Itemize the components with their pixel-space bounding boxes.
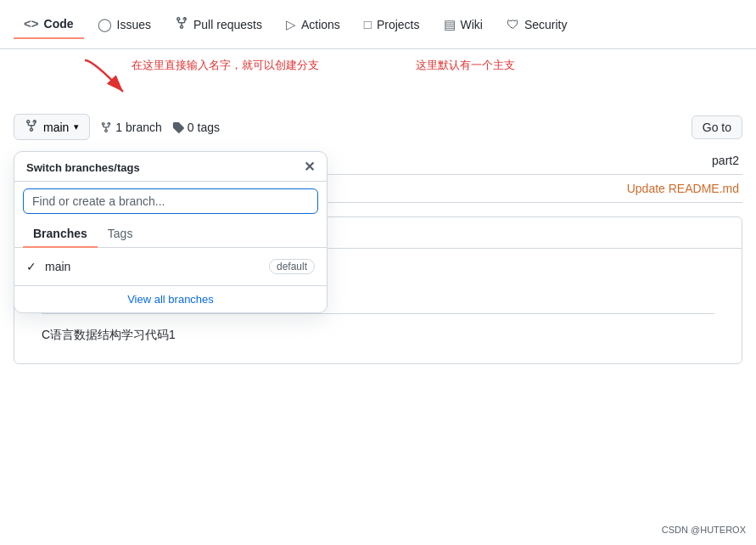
default-badge: default [269, 259, 315, 274]
pull-requests-icon [175, 16, 188, 32]
branch-selector-button[interactable]: main ▾ [14, 114, 90, 140]
view-all-branches-link[interactable]: View all branches [14, 285, 327, 312]
branch-item-main[interactable]: ✓ main default [14, 253, 327, 280]
nav-wiki[interactable]: ▤ Wiki [434, 10, 493, 39]
dropdown-header: Switch branches/tags ✕ [14, 152, 327, 182]
nav-actions[interactable]: ▷ Actions [276, 10, 350, 39]
readme-subtitle: C语言数据结构学习代码1 [42, 328, 714, 343]
annotation-area: 在这里直接输入名字，就可以创建分支 这里默认有一个主支 [0, 49, 756, 107]
red-arrow-icon [76, 56, 161, 103]
actions-icon: ▷ [286, 17, 296, 32]
search-input[interactable] [23, 188, 318, 214]
branches-list: ✓ main default [14, 248, 327, 285]
watermark: CSDN @HUTEROX [662, 525, 746, 535]
check-icon: ✓ [26, 260, 38, 273]
tag-icon [172, 121, 184, 133]
tabs-row: Branches Tags [14, 221, 327, 248]
nav-security[interactable]: 🛡 Security [496, 10, 578, 38]
tab-tags[interactable]: Tags [98, 221, 143, 248]
commit-message: part2 [712, 154, 739, 167]
tag-count-link[interactable]: 0 tags [172, 121, 220, 134]
branch-count-icon [100, 121, 112, 133]
nav-issues[interactable]: ◯ Issues [87, 10, 161, 39]
tab-branches[interactable]: Branches [23, 221, 98, 248]
issues-icon: ◯ [98, 17, 112, 32]
wiki-icon: ▤ [444, 17, 456, 32]
top-nav: <> Code ◯ Issues Pull requests ▷ Actions… [0, 0, 756, 49]
close-button[interactable]: ✕ [304, 160, 315, 174]
branch-bar: main ▾ 1 branch 0 tags Go to [0, 107, 756, 147]
nav-code[interactable]: <> Code [14, 9, 84, 39]
nav-projects[interactable]: □ Projects [354, 10, 430, 38]
annotation-right: 这里默认有一个主支 [416, 58, 515, 73]
branch-bar-wrapper: main ▾ 1 branch 0 tags Go to Switch bran… [0, 107, 756, 147]
nav-pull-requests[interactable]: Pull requests [165, 9, 272, 39]
branch-item-name: main [45, 260, 70, 273]
goto-button[interactable]: Go to [692, 115, 742, 139]
chevron-down-icon: ▾ [74, 121, 79, 132]
security-icon: 🛡 [507, 17, 519, 31]
branch-name-label: main [43, 121, 69, 134]
commit-message-orange[interactable]: Update README.md [627, 182, 739, 195]
branch-count-link[interactable]: 1 branch [100, 121, 161, 134]
branch-dropdown: Switch branches/tags ✕ Branches Tags ✓ m… [14, 151, 328, 313]
code-icon: <> [24, 16, 39, 31]
projects-icon: □ [364, 17, 372, 31]
search-box [14, 182, 327, 221]
branch-icon [25, 119, 38, 135]
